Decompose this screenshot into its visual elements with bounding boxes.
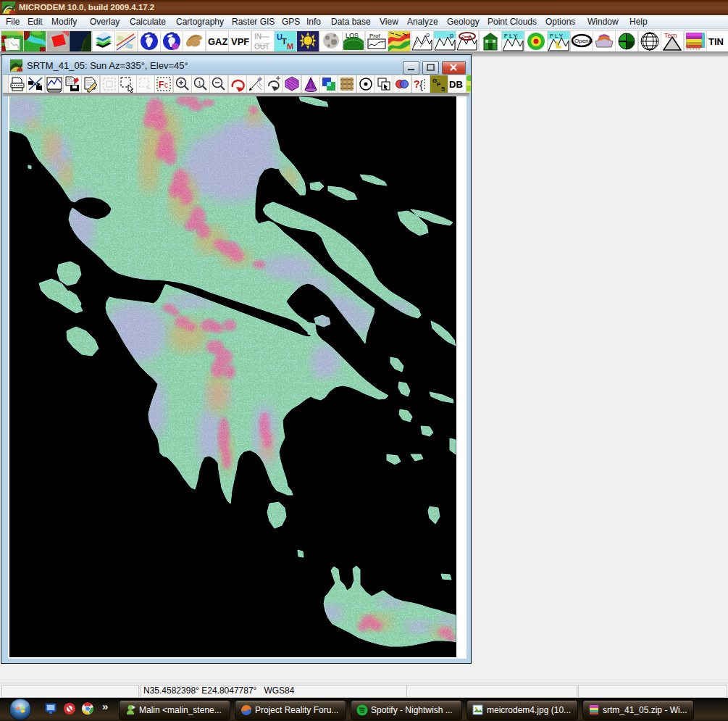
svg-text:c: c: [164, 81, 168, 89]
svg-text:OUT: OUT: [254, 43, 269, 51]
svg-text:p: p: [450, 32, 453, 39]
svg-text:+++++: +++++: [686, 46, 700, 51]
svg-text:{: {: [419, 78, 423, 91]
svg-text:F: F: [159, 80, 164, 90]
svg-text:1: 1: [198, 80, 201, 87]
svg-text:GAZ: GAZ: [208, 36, 228, 47]
svg-text:T: T: [282, 37, 287, 46]
svg-text:Prof: Prof: [369, 33, 380, 39]
svg-text:o: o: [426, 31, 430, 38]
svg-text:FLY: FLY: [504, 33, 519, 39]
svg-text:FLY: FLY: [550, 33, 564, 39]
svg-text:OpenGL: OpenGL: [574, 38, 593, 44]
svg-text:S: S: [441, 86, 445, 92]
svg-text:DB: DB: [449, 79, 463, 90]
svg-text:Tern: Tern: [664, 32, 677, 39]
svg-text:TIN: TIN: [708, 36, 724, 47]
svg-text:VPF: VPF: [231, 36, 249, 47]
svg-text:M: M: [287, 42, 293, 51]
